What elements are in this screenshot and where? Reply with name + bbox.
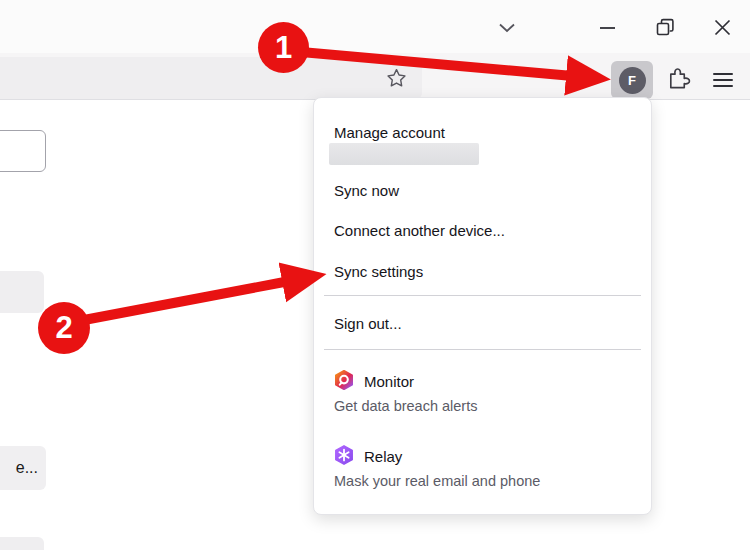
arrow-2-to-sync-settings — [84, 279, 300, 320]
menu-item-sync-now[interactable]: Sync now — [334, 181, 399, 201]
menu-item-sync-settings[interactable]: Sync settings — [334, 262, 423, 282]
page-block-fragment — [0, 271, 44, 313]
app-menu-button[interactable] — [710, 68, 736, 92]
restore-button[interactable] — [650, 12, 680, 42]
menu-item-monitor[interactable]: Monitor — [364, 372, 414, 392]
menu-item-sign-out[interactable]: Sign out... — [334, 314, 402, 334]
step-2-badge: 2 — [38, 302, 90, 354]
account-avatar-button[interactable]: F — [611, 61, 653, 99]
hamburger-icon — [713, 73, 733, 75]
menu-item-connect-another-device[interactable]: Connect another device... — [334, 221, 505, 241]
relay-description: Mask your real email and phone — [334, 471, 540, 491]
url-bar[interactable] — [0, 57, 422, 99]
minimize-icon — [600, 26, 616, 30]
menu-item-manage-account[interactable]: Manage account — [334, 123, 445, 143]
star-icon — [385, 67, 408, 93]
minimize-button[interactable] — [593, 13, 623, 43]
menu-separator — [324, 295, 641, 296]
account-menu-panel: Manage account Sync now Connect another … — [313, 97, 652, 515]
avatar-initial: F — [628, 73, 636, 88]
close-button[interactable] — [707, 12, 737, 42]
restore-icon — [656, 18, 675, 37]
browser-window: F e... Manage account Sync now Connect a… — [0, 0, 750, 550]
titlebar — [0, 0, 750, 53]
bookmark-star-button[interactable] — [382, 66, 410, 94]
menu-separator — [324, 349, 641, 350]
step-1-badge: 1 — [258, 22, 309, 73]
monitor-icon — [334, 370, 354, 390]
chevron-down-icon — [499, 23, 515, 33]
puzzle-piece-icon — [666, 66, 691, 95]
step-2-number: 2 — [55, 310, 72, 346]
truncated-page-button[interactable]: e... — [0, 446, 46, 490]
page-block-fragment-bottom — [0, 537, 44, 550]
close-icon — [714, 19, 731, 36]
redacted-account-email — [329, 143, 479, 165]
relay-icon — [334, 445, 354, 465]
tab-list-button[interactable] — [492, 13, 522, 43]
monitor-description: Get data breach alerts — [334, 396, 477, 416]
extensions-button[interactable] — [664, 66, 692, 94]
truncated-button-label: e... — [16, 459, 38, 477]
menu-item-relay[interactable]: Relay — [364, 447, 402, 467]
avatar: F — [619, 67, 646, 94]
step-1-number: 1 — [275, 30, 292, 66]
page-input-fragment[interactable] — [0, 130, 46, 172]
